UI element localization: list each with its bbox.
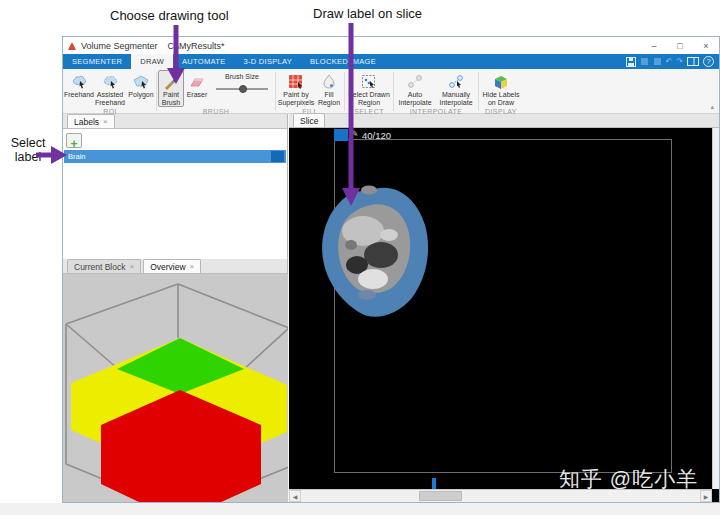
- freehand-label: Freehand: [64, 91, 94, 99]
- select-drawn-region-icon: [361, 73, 377, 90]
- tab-labels[interactable]: Labels ×: [67, 114, 115, 128]
- paint-brush-button[interactable]: Paint Brush: [158, 70, 184, 107]
- labels-panel: Labels × + Brain: [63, 114, 287, 259]
- tab-blocked-image[interactable]: BLOCKED IMAGE: [301, 54, 385, 69]
- slice-tabbar: Slice: [289, 114, 719, 128]
- auto-interpolate-label: Auto Interpolate: [396, 91, 434, 106]
- label-name: Brain: [68, 150, 86, 163]
- plus-icon: +: [70, 137, 77, 151]
- vertical-scrollbar[interactable]: [712, 128, 719, 489]
- superpixels-icon: [288, 73, 304, 90]
- ribbon-separator: [478, 72, 479, 111]
- horizontal-scroll-thumb[interactable]: [419, 491, 462, 501]
- tab-automate[interactable]: AUTOMATE: [173, 54, 234, 69]
- horizontal-scrollbar[interactable]: ◀ ▶: [289, 489, 712, 502]
- label-row-brain[interactable]: Brain: [64, 150, 286, 163]
- current-block-tab-label: Current Block: [74, 262, 126, 272]
- draw-ribbon: Freehand Assisted Freehand Polygon: [63, 69, 719, 114]
- labels-tab-label: Labels: [74, 117, 99, 127]
- pencil-icon: ✎: [351, 129, 359, 139]
- tab-overview[interactable]: Overview ×: [143, 259, 201, 273]
- tab-draw[interactable]: DRAW: [131, 54, 173, 69]
- volume-segmenter-window: Volume Segmenter C:\MyResults* – □ × SEG…: [62, 36, 720, 503]
- paint-brush-icon: [163, 73, 179, 90]
- document-path: C:\MyResults*: [168, 41, 225, 51]
- manually-interpolate-label: Manually Interpolate: [436, 91, 476, 106]
- ribbon-collapse-icon[interactable]: ▴: [710, 103, 714, 111]
- freehand-button[interactable]: Freehand: [65, 70, 93, 107]
- ribbon-group-interpolate: Auto Interpolate Manually Interpolate IN…: [395, 70, 477, 113]
- toolstrip-tabbar: SEGMENTER DRAW AUTOMATE 3-D DISPLAY BLOC…: [63, 54, 719, 69]
- overview-tab-close-icon[interactable]: ×: [190, 262, 195, 271]
- eraser-button[interactable]: Eraser: [184, 70, 210, 107]
- ribbon-separator: [156, 72, 157, 111]
- ribbon-group-fill: Paint by Superpixels Fill Region FILL: [277, 70, 343, 113]
- scroll-right-icon[interactable]: ▶: [700, 490, 712, 502]
- overview-tab-label: Overview: [150, 262, 185, 272]
- desktop-strip: [0, 503, 720, 515]
- window-controls: – □ ×: [641, 38, 719, 54]
- fill-region-button[interactable]: Fill Region: [315, 70, 343, 107]
- label-color-swatch[interactable]: [271, 151, 284, 162]
- ribbon-separator: [393, 72, 394, 111]
- polygon-button[interactable]: Polygon: [127, 70, 155, 107]
- hide-labels-icon: [493, 73, 510, 90]
- volume-overview-cube: [63, 274, 288, 502]
- assisted-freehand-icon: [102, 73, 119, 90]
- paint-by-superpixels-button[interactable]: Paint by Superpixels: [277, 70, 315, 107]
- auto-interpolate-icon: [407, 73, 423, 90]
- annotation-select-label-line2: label: [4, 150, 52, 164]
- screenshot-page: Choose drawing tool Draw label on slice …: [0, 0, 720, 515]
- close-button[interactable]: ×: [693, 38, 719, 54]
- brain-slice-image[interactable]: [317, 183, 439, 321]
- auto-interpolate-button[interactable]: Auto Interpolate: [395, 70, 435, 107]
- select-drawn-region-label: Select Drawn Region: [347, 91, 391, 106]
- paint-brush-label: Paint Brush: [159, 91, 183, 106]
- assisted-freehand-button[interactable]: Assisted Freehand: [93, 70, 127, 107]
- slider-thumb[interactable]: [239, 85, 247, 93]
- ribbon-separator: [275, 72, 276, 111]
- save-icon[interactable]: [626, 57, 636, 67]
- manually-interpolate-icon: [448, 73, 464, 90]
- slice-corner-handle[interactable]: [334, 129, 348, 141]
- ribbon-group-select: Select Drawn Region SELECT: [346, 70, 392, 113]
- annotation-choose-drawing-tool: Choose drawing tool: [110, 8, 229, 23]
- select-drawn-region-button[interactable]: Select Drawn Region: [346, 70, 392, 107]
- matlab-logo-icon: [68, 42, 76, 50]
- manually-interpolate-button[interactable]: Manually Interpolate: [435, 70, 477, 107]
- overview-panel: Current Block × Overview ×: [63, 259, 287, 502]
- eraser-icon: [189, 73, 206, 90]
- copy-icon: [653, 57, 662, 66]
- hide-labels-on-draw-button[interactable]: Hide Labels on Draw: [480, 70, 522, 107]
- fill-region-label: Fill Region: [316, 91, 342, 106]
- hide-labels-label: Hide Labels on Draw: [481, 91, 521, 106]
- tab-segmenter[interactable]: SEGMENTER: [63, 54, 131, 69]
- workspace: Labels × + Brain: [63, 114, 719, 502]
- maximize-button[interactable]: □: [667, 38, 693, 54]
- slice-indicator: 40/120: [362, 130, 391, 141]
- labels-tabbar: Labels ×: [63, 114, 287, 129]
- current-block-tab-close-icon[interactable]: ×: [130, 262, 135, 271]
- paint-by-superpixels-label: Paint by Superpixels: [278, 91, 315, 106]
- add-label-button[interactable]: +: [66, 133, 82, 148]
- ribbon-group-display: Hide Labels on Draw DISPLAY: [480, 70, 522, 113]
- brush-size-slider[interactable]: [216, 84, 268, 94]
- cut-icon: [640, 57, 649, 66]
- polygon-label: Polygon: [128, 91, 153, 99]
- minimize-button[interactable]: –: [641, 38, 667, 54]
- tab-slice[interactable]: Slice: [293, 113, 325, 127]
- help-icon[interactable]: ?: [703, 56, 714, 67]
- eraser-label: Eraser: [187, 91, 208, 99]
- overview-3d-view[interactable]: [63, 274, 288, 502]
- polygon-icon: [133, 73, 150, 90]
- tab-current-block[interactable]: Current Block ×: [67, 259, 141, 273]
- scroll-left-icon[interactable]: ◀: [289, 490, 301, 502]
- tab-3d-display[interactable]: 3-D DISPLAY: [234, 54, 301, 69]
- undo-icon: ↶: [666, 56, 673, 67]
- labels-tab-close-icon[interactable]: ×: [103, 117, 108, 126]
- fill-region-icon: [321, 73, 337, 90]
- slice-canvas[interactable]: ✎ 40/120: [289, 128, 719, 502]
- annotation-draw-label-on-slice: Draw label on slice: [313, 6, 422, 21]
- layout-icon[interactable]: [687, 57, 699, 66]
- slice-panel: Slice ✎ 40/120: [289, 114, 719, 502]
